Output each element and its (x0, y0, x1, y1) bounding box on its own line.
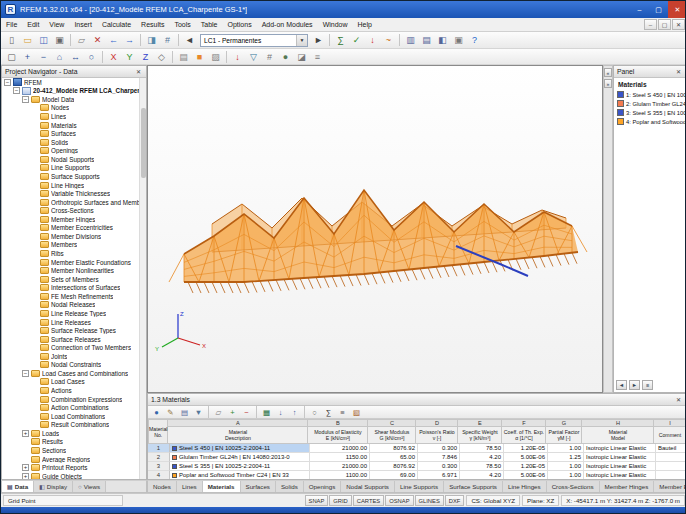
menu-edit[interactable]: Edit (22, 18, 44, 31)
tree-item-surfaces[interactable]: Surfaces (2, 129, 139, 138)
tree-item-surface-release-types[interactable]: Surface Release Types (2, 326, 139, 335)
table-cell[interactable]: 21000.00 (310, 444, 370, 453)
table-excel-icon[interactable]: ▦ (260, 407, 273, 418)
tree-expander-icon[interactable]: − (22, 96, 29, 103)
table-cell[interactable]: 5.00E-06 (504, 471, 548, 480)
chevron-down-icon[interactable]: ▼ (296, 35, 307, 46)
navigator-toggle-icon[interactable]: ◧ (435, 33, 450, 47)
tree-item-surface-releases[interactable]: Surface Releases (2, 335, 139, 344)
tree-item-results[interactable]: Results (2, 438, 139, 447)
visibility-icon[interactable]: ● (278, 50, 293, 64)
tree-expander-icon[interactable]: + (22, 430, 29, 437)
panel-toggle-icon[interactable]: ▥ (403, 33, 418, 47)
render-mode-icon[interactable]: ◨ (144, 33, 159, 47)
menu-add-on-modules[interactable]: Add-on Modules (257, 18, 318, 31)
tree-expander-icon[interactable]: + (22, 464, 29, 471)
navigator-close-icon[interactable]: ✕ (134, 68, 143, 75)
loads-display-icon[interactable]: ↓ (230, 50, 245, 64)
table-cell[interactable]: 4.20 (460, 471, 504, 480)
menu-view[interactable]: View (44, 18, 69, 31)
wireframe-display-icon[interactable]: ▤ (176, 50, 191, 64)
table-export-icon[interactable]: ↑ (288, 407, 301, 418)
table-cell[interactable]: 1.00 (548, 462, 584, 471)
tree-item-members[interactable]: Members (2, 241, 139, 250)
view-z-icon[interactable]: Z (138, 50, 153, 64)
tree-expander-icon[interactable]: − (13, 87, 20, 94)
tree-item-fe-mesh-refinements[interactable]: FE Mesh Refinements (2, 292, 139, 301)
navigator-tab-views[interactable]: ○Views (73, 481, 106, 492)
table-cell[interactable]: 1.00 (548, 471, 584, 480)
pan-view-icon[interactable]: ↔ (68, 50, 83, 64)
guide-lines-icon[interactable]: ≡ (310, 50, 325, 64)
tree-item-actions[interactable]: Actions (2, 386, 139, 395)
column-header-material-h[interactable]: HMaterialModel (582, 419, 654, 444)
column-header-specific-weight-e[interactable]: ESpecific Weightγ [kN/m³] (458, 419, 502, 444)
menu-file[interactable]: File (1, 18, 22, 31)
tree-item-load-cases[interactable]: Load Cases (2, 378, 139, 387)
table-cell[interactable]: Isotropic Linear Elastic (584, 444, 656, 453)
panel-prev-icon[interactable]: ◄ (616, 380, 627, 390)
panel-expand-icon[interactable]: » (604, 79, 612, 88)
table-edit-icon[interactable]: ✎ (164, 407, 177, 418)
tree-item-action-combinations[interactable]: Action Combinations (2, 403, 139, 412)
tree-item-sections[interactable]: Sections (2, 446, 139, 455)
tree-item-combination-expressions[interactable]: Combination Expressions (2, 395, 139, 404)
menu-window[interactable]: Window (318, 18, 353, 31)
menu-calculate[interactable]: Calculate (97, 18, 136, 31)
row-number[interactable]: 3 (148, 462, 170, 471)
tree-expander-icon[interactable]: − (22, 370, 29, 377)
tree-item-load-cases-and-combinations[interactable]: −Load Cases and Combinations (2, 369, 139, 378)
scrollbar-thumb[interactable] (141, 108, 146, 178)
table-tab-member-hinges[interactable]: Member Hinges (600, 481, 655, 492)
column-header-shear-modulus-c[interactable]: CShear ModulusG [kN/cm²] (368, 419, 416, 444)
table-tab-nodal-supports[interactable]: Nodal Supports (341, 481, 395, 492)
help-icon[interactable]: ? (467, 33, 482, 47)
tree-item-member-nonlinearities[interactable]: Member Nonlinearities (2, 266, 139, 275)
previous-load-case-icon[interactable]: ◄ (182, 33, 197, 47)
table-cell[interactable]: Isotropic Linear Elastic (584, 462, 656, 471)
table-tab-line-hinges[interactable]: Line Hinges (503, 481, 547, 492)
tree-item-materials[interactable]: Materials (2, 121, 139, 130)
undo-icon[interactable]: ← (106, 33, 121, 47)
show-numbering-icon[interactable]: # (160, 33, 175, 47)
zoom-out-icon[interactable]: − (36, 50, 51, 64)
maximize-button[interactable]: ▢ (649, 1, 668, 18)
tree-item-member-eccentricities[interactable]: Member Eccentricities (2, 224, 139, 233)
table-tab-materials[interactable]: Materials (203, 481, 241, 492)
tables-toggle-icon[interactable]: ▤ (419, 33, 434, 47)
column-header-poisson-s-ratio-d[interactable]: DPoisson's Ratioν [-] (416, 419, 458, 444)
zoom-all-icon[interactable]: ⌂ (52, 50, 67, 64)
table-cell[interactable]: 0.300 (418, 444, 460, 453)
table-tab-lines[interactable]: Lines (177, 481, 203, 492)
table-cell[interactable]: 0.300 (418, 462, 460, 471)
delete-icon[interactable]: ✕ (90, 33, 105, 47)
tree-item-average-regions[interactable]: Average Regions (2, 455, 139, 464)
table-cell[interactable]: 8076.92 (370, 462, 418, 471)
table-tab-solids[interactable]: Solids (276, 481, 304, 492)
navigator-tab-data[interactable]: ▤Data (2, 481, 34, 492)
status-toggle-glines[interactable]: GLINES (415, 495, 444, 506)
tree-item-nodal-constraints[interactable]: Nodal Constraints (2, 361, 139, 370)
table-cell[interactable]: 78.50 (460, 444, 504, 453)
tree-item-orthotropic-surfaces-and-membra[interactable]: Orthotropic Surfaces and Membra (2, 198, 139, 207)
redo-icon[interactable]: → (122, 33, 137, 47)
table-tab-openings[interactable]: Openings (304, 481, 342, 492)
edit-mode-icon[interactable]: ▢ (4, 50, 19, 64)
column-header-coeff-of-th-exp-f[interactable]: FCoeff. of Th. Exp.α [1/°C] (502, 419, 546, 444)
show-loads-icon[interactable]: ↓ (365, 33, 380, 47)
table-cell[interactable]: Isotropic Linear Elastic (584, 471, 656, 480)
tree-item-intersections-of-surfaces[interactable]: Intersections of Surfaces (2, 284, 139, 293)
row-number[interactable]: 4 (148, 471, 170, 480)
panel-close-icon[interactable]: ✕ (674, 68, 683, 75)
tree-item-model-data[interactable]: −Model Data (2, 95, 139, 104)
viewport-3d[interactable]: ZXY (147, 65, 603, 393)
table-cell[interactable]: 69.00 (370, 471, 418, 480)
numbering-display-icon[interactable]: # (262, 50, 277, 64)
row-number[interactable]: 2 (148, 453, 170, 462)
check-model-icon[interactable]: ✓ (349, 33, 364, 47)
table-tab-member-eccentricities[interactable]: Member Eccentricities (654, 481, 686, 492)
table-sum-icon[interactable]: ∑ (322, 407, 335, 418)
tree-item-line-supports[interactable]: Line Supports (2, 164, 139, 173)
column-header-modulus-of-elasticity-b[interactable]: BModulus of ElasticityE [kN/cm²] (308, 419, 368, 444)
table-cell[interactable]: 65.00 (370, 453, 418, 462)
